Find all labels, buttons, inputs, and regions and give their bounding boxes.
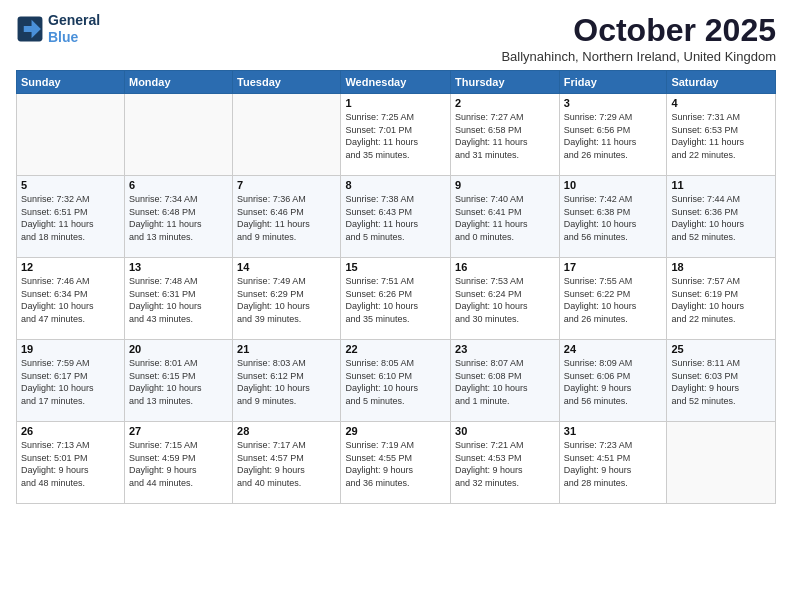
title-block: October 2025 Ballynahinch, Northern Irel…	[501, 12, 776, 64]
logo-line2: Blue	[48, 29, 100, 46]
day-cell: 7Sunrise: 7:36 AM Sunset: 6:46 PM Daylig…	[233, 176, 341, 258]
location: Ballynahinch, Northern Ireland, United K…	[501, 49, 776, 64]
weekday-row: Sunday Monday Tuesday Wednesday Thursday…	[17, 71, 776, 94]
day-cell: 14Sunrise: 7:49 AM Sunset: 6:29 PM Dayli…	[233, 258, 341, 340]
day-cell	[17, 94, 125, 176]
week-row-2: 12Sunrise: 7:46 AM Sunset: 6:34 PM Dayli…	[17, 258, 776, 340]
day-number: 8	[345, 179, 446, 191]
day-info: Sunrise: 7:29 AM Sunset: 6:56 PM Dayligh…	[564, 111, 663, 161]
day-number: 13	[129, 261, 228, 273]
day-cell: 16Sunrise: 7:53 AM Sunset: 6:24 PM Dayli…	[451, 258, 560, 340]
day-cell: 5Sunrise: 7:32 AM Sunset: 6:51 PM Daylig…	[17, 176, 125, 258]
day-info: Sunrise: 7:27 AM Sunset: 6:58 PM Dayligh…	[455, 111, 555, 161]
day-cell: 15Sunrise: 7:51 AM Sunset: 6:26 PM Dayli…	[341, 258, 451, 340]
day-info: Sunrise: 7:40 AM Sunset: 6:41 PM Dayligh…	[455, 193, 555, 243]
day-info: Sunrise: 7:36 AM Sunset: 6:46 PM Dayligh…	[237, 193, 336, 243]
day-cell: 28Sunrise: 7:17 AM Sunset: 4:57 PM Dayli…	[233, 422, 341, 504]
day-cell	[667, 422, 776, 504]
calendar-header: Sunday Monday Tuesday Wednesday Thursday…	[17, 71, 776, 94]
day-cell: 24Sunrise: 8:09 AM Sunset: 6:06 PM Dayli…	[559, 340, 667, 422]
day-number: 5	[21, 179, 120, 191]
day-info: Sunrise: 7:25 AM Sunset: 7:01 PM Dayligh…	[345, 111, 446, 161]
day-number: 3	[564, 97, 663, 109]
day-info: Sunrise: 7:21 AM Sunset: 4:53 PM Dayligh…	[455, 439, 555, 489]
header-monday: Monday	[124, 71, 232, 94]
logo-icon	[16, 15, 44, 43]
day-number: 23	[455, 343, 555, 355]
logo: General Blue	[16, 12, 100, 46]
day-number: 19	[21, 343, 120, 355]
day-number: 9	[455, 179, 555, 191]
day-number: 2	[455, 97, 555, 109]
day-cell: 2Sunrise: 7:27 AM Sunset: 6:58 PM Daylig…	[451, 94, 560, 176]
day-cell: 18Sunrise: 7:57 AM Sunset: 6:19 PM Dayli…	[667, 258, 776, 340]
day-number: 1	[345, 97, 446, 109]
day-cell: 11Sunrise: 7:44 AM Sunset: 6:36 PM Dayli…	[667, 176, 776, 258]
header-thursday: Thursday	[451, 71, 560, 94]
day-cell: 22Sunrise: 8:05 AM Sunset: 6:10 PM Dayli…	[341, 340, 451, 422]
day-cell: 25Sunrise: 8:11 AM Sunset: 6:03 PM Dayli…	[667, 340, 776, 422]
day-info: Sunrise: 8:11 AM Sunset: 6:03 PM Dayligh…	[671, 357, 771, 407]
day-cell: 21Sunrise: 8:03 AM Sunset: 6:12 PM Dayli…	[233, 340, 341, 422]
day-cell: 19Sunrise: 7:59 AM Sunset: 6:17 PM Dayli…	[17, 340, 125, 422]
day-info: Sunrise: 7:48 AM Sunset: 6:31 PM Dayligh…	[129, 275, 228, 325]
week-row-3: 19Sunrise: 7:59 AM Sunset: 6:17 PM Dayli…	[17, 340, 776, 422]
calendar-body: 1Sunrise: 7:25 AM Sunset: 7:01 PM Daylig…	[17, 94, 776, 504]
calendar-table: Sunday Monday Tuesday Wednesday Thursday…	[16, 70, 776, 504]
day-info: Sunrise: 8:05 AM Sunset: 6:10 PM Dayligh…	[345, 357, 446, 407]
day-number: 4	[671, 97, 771, 109]
day-number: 16	[455, 261, 555, 273]
month-title: October 2025	[501, 12, 776, 49]
day-info: Sunrise: 7:13 AM Sunset: 5:01 PM Dayligh…	[21, 439, 120, 489]
day-cell: 13Sunrise: 7:48 AM Sunset: 6:31 PM Dayli…	[124, 258, 232, 340]
header-tuesday: Tuesday	[233, 71, 341, 94]
day-number: 6	[129, 179, 228, 191]
day-cell	[124, 94, 232, 176]
day-info: Sunrise: 7:44 AM Sunset: 6:36 PM Dayligh…	[671, 193, 771, 243]
day-info: Sunrise: 7:15 AM Sunset: 4:59 PM Dayligh…	[129, 439, 228, 489]
day-info: Sunrise: 7:38 AM Sunset: 6:43 PM Dayligh…	[345, 193, 446, 243]
day-number: 31	[564, 425, 663, 437]
day-cell: 31Sunrise: 7:23 AM Sunset: 4:51 PM Dayli…	[559, 422, 667, 504]
day-cell	[233, 94, 341, 176]
day-number: 18	[671, 261, 771, 273]
day-cell: 27Sunrise: 7:15 AM Sunset: 4:59 PM Dayli…	[124, 422, 232, 504]
day-info: Sunrise: 8:03 AM Sunset: 6:12 PM Dayligh…	[237, 357, 336, 407]
day-info: Sunrise: 7:23 AM Sunset: 4:51 PM Dayligh…	[564, 439, 663, 489]
day-cell: 8Sunrise: 7:38 AM Sunset: 6:43 PM Daylig…	[341, 176, 451, 258]
day-info: Sunrise: 7:31 AM Sunset: 6:53 PM Dayligh…	[671, 111, 771, 161]
day-info: Sunrise: 7:55 AM Sunset: 6:22 PM Dayligh…	[564, 275, 663, 325]
header-sunday: Sunday	[17, 71, 125, 94]
header: General Blue October 2025 Ballynahinch, …	[16, 12, 776, 64]
day-cell: 30Sunrise: 7:21 AM Sunset: 4:53 PM Dayli…	[451, 422, 560, 504]
day-cell: 4Sunrise: 7:31 AM Sunset: 6:53 PM Daylig…	[667, 94, 776, 176]
week-row-0: 1Sunrise: 7:25 AM Sunset: 7:01 PM Daylig…	[17, 94, 776, 176]
day-cell: 3Sunrise: 7:29 AM Sunset: 6:56 PM Daylig…	[559, 94, 667, 176]
day-number: 11	[671, 179, 771, 191]
day-cell: 12Sunrise: 7:46 AM Sunset: 6:34 PM Dayli…	[17, 258, 125, 340]
day-number: 14	[237, 261, 336, 273]
day-info: Sunrise: 8:01 AM Sunset: 6:15 PM Dayligh…	[129, 357, 228, 407]
day-info: Sunrise: 7:57 AM Sunset: 6:19 PM Dayligh…	[671, 275, 771, 325]
day-info: Sunrise: 7:51 AM Sunset: 6:26 PM Dayligh…	[345, 275, 446, 325]
header-friday: Friday	[559, 71, 667, 94]
day-info: Sunrise: 8:07 AM Sunset: 6:08 PM Dayligh…	[455, 357, 555, 407]
day-cell: 10Sunrise: 7:42 AM Sunset: 6:38 PM Dayli…	[559, 176, 667, 258]
week-row-1: 5Sunrise: 7:32 AM Sunset: 6:51 PM Daylig…	[17, 176, 776, 258]
day-number: 21	[237, 343, 336, 355]
logo-line1: General	[48, 12, 100, 29]
day-number: 7	[237, 179, 336, 191]
day-info: Sunrise: 8:09 AM Sunset: 6:06 PM Dayligh…	[564, 357, 663, 407]
day-cell: 1Sunrise: 7:25 AM Sunset: 7:01 PM Daylig…	[341, 94, 451, 176]
day-cell: 20Sunrise: 8:01 AM Sunset: 6:15 PM Dayli…	[124, 340, 232, 422]
day-info: Sunrise: 7:32 AM Sunset: 6:51 PM Dayligh…	[21, 193, 120, 243]
day-cell: 23Sunrise: 8:07 AM Sunset: 6:08 PM Dayli…	[451, 340, 560, 422]
day-info: Sunrise: 7:19 AM Sunset: 4:55 PM Dayligh…	[345, 439, 446, 489]
day-cell: 6Sunrise: 7:34 AM Sunset: 6:48 PM Daylig…	[124, 176, 232, 258]
day-info: Sunrise: 7:34 AM Sunset: 6:48 PM Dayligh…	[129, 193, 228, 243]
day-number: 12	[21, 261, 120, 273]
day-number: 15	[345, 261, 446, 273]
day-number: 26	[21, 425, 120, 437]
day-number: 22	[345, 343, 446, 355]
day-number: 30	[455, 425, 555, 437]
